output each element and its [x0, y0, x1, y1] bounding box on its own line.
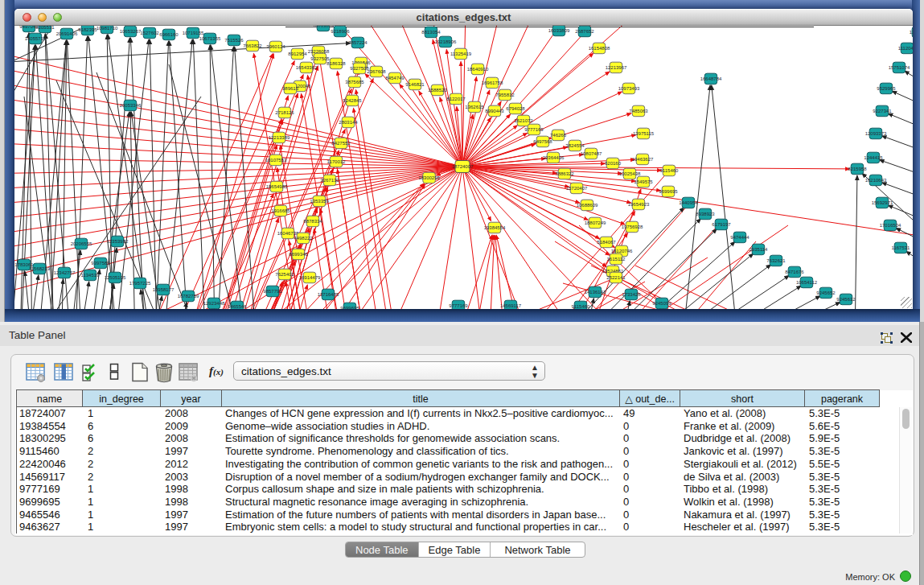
svg-text:9777169: 9777169 [449, 303, 468, 308]
svg-text:5184067: 5184067 [597, 240, 616, 245]
svg-text:8938923: 8938923 [696, 212, 715, 216]
svg-text:7886322: 7886322 [555, 171, 574, 176]
svg-text:19654985: 19654985 [266, 184, 288, 189]
svg-text:9857791: 9857791 [263, 289, 282, 294]
svg-text:16154808: 16154808 [589, 46, 610, 51]
svg-text:12505195: 12505195 [105, 275, 126, 280]
svg-text:9474444: 9474444 [730, 235, 749, 240]
svg-text:1621072: 1621072 [514, 118, 533, 123]
svg-text:19756928: 19756928 [622, 225, 643, 229]
svg-text:1353359: 1353359 [310, 199, 329, 204]
svg-text:16782759: 16782759 [178, 294, 199, 299]
svg-text:13975115: 13975115 [633, 131, 655, 136]
svg-text:20691406: 20691406 [56, 31, 78, 36]
svg-text:10671355: 10671355 [199, 36, 221, 41]
svg-text:989615: 989615 [282, 86, 299, 91]
svg-text:2687652: 2687652 [575, 29, 594, 34]
svg-text:1733426: 1733426 [622, 292, 641, 297]
svg-text:6497568: 6497568 [533, 139, 552, 144]
svg-text:16648784: 16648784 [700, 76, 722, 81]
svg-text:6966160: 6966160 [159, 32, 179, 37]
svg-text:9227341: 9227341 [873, 109, 892, 113]
svg-text:3824554: 3824554 [565, 143, 585, 148]
svg-text:19463627: 19463627 [632, 157, 654, 162]
svg-text:10688609: 10688609 [577, 203, 598, 208]
svg-text:10107553: 10107553 [265, 158, 287, 163]
svg-text:9245612: 9245612 [836, 297, 856, 302]
svg-text:9465546: 9465546 [228, 304, 247, 309]
svg-text:18724007: 18724007 [452, 164, 474, 169]
svg-text:1167531: 1167531 [892, 245, 911, 250]
svg-text:8699346: 8699346 [289, 252, 308, 257]
svg-text:9115460: 9115460 [572, 304, 591, 309]
svg-text:7955812: 7955812 [495, 93, 515, 97]
svg-text:1440954: 1440954 [679, 200, 698, 205]
svg-text:9777169: 9777169 [524, 127, 544, 132]
svg-text:14136141: 14136141 [585, 290, 606, 295]
svg-text:20364436: 20364436 [543, 155, 565, 160]
svg-text:4498222: 4498222 [294, 236, 313, 241]
svg-text:9245652: 9245652 [816, 290, 836, 295]
svg-text:20053346: 20053346 [120, 103, 142, 108]
svg-text:7857224: 7857224 [348, 40, 368, 45]
svg-text:18807249: 18807249 [585, 220, 606, 225]
svg-text:8205531: 8205531 [35, 26, 55, 30]
svg-text:12093373: 12093373 [865, 131, 887, 136]
svg-text:3267130: 3267130 [320, 178, 339, 183]
svg-text:9242845: 9242845 [343, 98, 362, 103]
svg-text:20206555: 20206555 [71, 241, 92, 246]
svg-text:15692971: 15692971 [872, 200, 893, 205]
svg-text:18640910: 18640910 [467, 67, 489, 72]
svg-text:11325419: 11325419 [450, 51, 472, 56]
svg-text:10981710: 10981710 [97, 26, 118, 31]
svg-text:3875685: 3875685 [345, 80, 364, 84]
svg-text:1527602: 1527602 [140, 31, 159, 35]
svg-text:7663822: 7663822 [243, 43, 262, 48]
svg-text:17957225: 17957225 [129, 281, 151, 286]
svg-text:13716485: 13716485 [318, 292, 339, 297]
svg-text:7485063: 7485063 [629, 109, 648, 113]
svg-text:1134519: 1134519 [81, 273, 101, 278]
svg-text:10025438: 10025438 [619, 171, 641, 176]
svg-text:12342757: 12342757 [54, 270, 76, 275]
svg-text:3960124: 3960124 [266, 44, 285, 49]
svg-text:746266: 746266 [550, 133, 567, 138]
svg-text:7632621: 7632621 [766, 258, 786, 263]
svg-text:9146821: 9146821 [405, 82, 425, 87]
svg-text:16033809: 16033809 [313, 26, 335, 28]
svg-text:10654112: 10654112 [796, 280, 818, 285]
svg-text:2718126: 2718126 [275, 110, 294, 115]
svg-text:10958177: 10958177 [153, 287, 175, 292]
svg-text:9699695: 9699695 [340, 306, 359, 309]
svg-text:9529965: 9529965 [877, 86, 896, 91]
svg-text:16033809: 16033809 [548, 28, 570, 33]
svg-text:19218906: 19218906 [435, 39, 457, 44]
svg-text:2522141: 2522141 [606, 275, 626, 280]
svg-text:8186328: 8186328 [326, 61, 346, 66]
svg-text:8454749: 8454749 [385, 76, 405, 80]
svg-text:8990443: 8990443 [485, 109, 504, 113]
svg-text:12213967: 12213967 [606, 65, 627, 70]
svg-text:9115460: 9115460 [660, 168, 680, 173]
svg-text:1916685: 1916685 [271, 208, 290, 213]
svg-text:9182395: 9182395 [78, 27, 97, 32]
svg-text:19654923: 19654923 [628, 202, 650, 207]
svg-text:1362615: 1362615 [465, 105, 484, 109]
svg-text:2803144: 2803144 [339, 120, 358, 125]
svg-text:620160: 620160 [605, 161, 622, 166]
svg-text:12213389: 12213389 [269, 135, 290, 140]
svg-text:16210643: 16210643 [865, 178, 887, 183]
svg-text:16120746: 16120746 [611, 249, 633, 253]
svg-text:1112045: 1112045 [898, 46, 913, 51]
svg-text:18300295: 18300295 [418, 175, 440, 180]
svg-text:10973493: 10973493 [618, 86, 640, 91]
svg-text:8471676: 8471676 [785, 270, 804, 274]
svg-text:8813054: 8813054 [421, 30, 441, 35]
svg-text:10719155: 10719155 [183, 31, 204, 35]
svg-text:8912954: 8912954 [288, 51, 307, 56]
svg-text:1170012: 1170012 [327, 159, 347, 164]
svg-text:9218906: 9218906 [331, 29, 350, 34]
svg-text:7515526: 7515526 [224, 38, 244, 43]
svg-text:8427552: 8427552 [331, 141, 351, 146]
svg-text:15720407: 15720407 [566, 186, 588, 191]
